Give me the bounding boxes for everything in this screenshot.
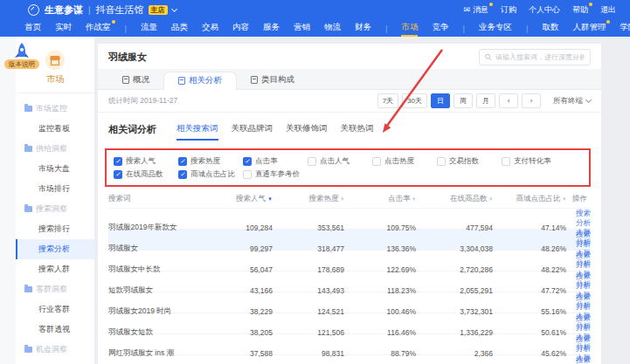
help-link[interactable]: 帮助 — [572, 4, 588, 16]
metric-online-items[interactable]: ✓在线商品数 — [114, 169, 178, 180]
metric-click-popularity[interactable]: 点击人气 — [308, 156, 372, 167]
tab-related-analysis[interactable]: 相关分析 — [163, 72, 237, 90]
app-logo-icon — [28, 4, 39, 16]
search-analysis-link[interactable]: 搜索分析 — [570, 251, 591, 270]
related-words-section-header: 相关词分析 相关搜索词 关联品牌词 关联修饰词 关联热词 — [98, 113, 601, 141]
nav-item-finance[interactable]: 财务 — [355, 19, 371, 37]
nav-item-academy[interactable]: 学院 — [620, 19, 630, 37]
nav-separator: | — [462, 24, 464, 33]
search-analysis-link[interactable]: 搜索分析 — [570, 355, 591, 364]
nav-item-data-fetch[interactable]: 取数 — [542, 19, 558, 37]
metric-click-heat[interactable]: 点击热度 — [372, 156, 437, 167]
metric-mall-click-ratio[interactable]: ✓商城点击占比 — [178, 169, 243, 180]
sidebar-item-search-analysis[interactable]: 搜索分析 — [16, 239, 94, 259]
sidebar-item-monitor-board[interactable]: 监控看板 — [16, 119, 94, 139]
table-row[interactable]: 羽绒服2019年新款女 109,284 353,561 109.75% 477,… — [108, 208, 591, 229]
col-mall-click-ratio[interactable]: 商城点击占比▲▼ — [496, 194, 570, 204]
subtab-modifier-words[interactable]: 关联修饰词 — [286, 123, 328, 141]
range-30d-button[interactable]: 30天 — [402, 93, 427, 108]
nav-item-logistics[interactable]: 物流 — [324, 19, 341, 37]
search-analysis-link[interactable]: 搜索分析 — [570, 292, 591, 312]
search-analysis-link[interactable]: 搜索分析 — [570, 209, 591, 228]
sidebar-item-market-ranking[interactable]: 市场排行 — [16, 179, 94, 199]
search-analysis-link[interactable]: 搜索分析 — [570, 334, 591, 354]
metric-pay-conversion[interactable]: 支付转化率 — [502, 156, 566, 167]
search-input[interactable] — [495, 53, 585, 61]
metric-search-heat[interactable]: ✓搜索热度 — [178, 156, 243, 167]
tab-category-composition[interactable]: 类目构成 — [237, 71, 308, 89]
col-search-popularity-sorted[interactable]: 搜索人气▼ — [218, 194, 276, 204]
sidebar-item-search-crowd[interactable]: 搜索人群 — [16, 259, 94, 279]
unit-month-button[interactable]: 月 — [476, 93, 495, 108]
checkbox-checked-icon[interactable]: ✓ — [114, 157, 122, 166]
cell-keyword: 短款羽绒服女 — [108, 285, 218, 296]
checkbox-unchecked-icon[interactable] — [308, 157, 316, 166]
nav-item-realtime[interactable]: 实时 — [55, 19, 72, 37]
cell-search-popularity: 38,205 — [218, 328, 276, 337]
checkbox-unchecked-icon[interactable] — [243, 170, 252, 179]
range-7d-button[interactable]: 7天 — [377, 93, 398, 108]
checkbox-unchecked-icon[interactable] — [372, 157, 381, 166]
nav-item-market[interactable]: 市场 — [401, 19, 418, 37]
doc-icon — [251, 76, 258, 84]
nav-item-traffic[interactable]: 流量 — [141, 19, 157, 37]
terminal-selector[interactable]: 所有终端 — [553, 96, 591, 106]
prev-date-button[interactable]: ‹ — [499, 93, 518, 108]
sidebar-item-market-overview[interactable]: 市场大盘 — [16, 159, 94, 179]
nav-item-content[interactable]: 内容 — [232, 19, 249, 37]
checkbox-unchecked-icon[interactable] — [502, 157, 510, 166]
col-online-items[interactable]: 在线商品数▲▼ — [419, 194, 496, 204]
sidebar-item-attribute-insight[interactable]: 属性洞察 — [16, 360, 94, 364]
sidebar-group-customer-insight: 客群洞察 — [16, 279, 94, 299]
next-date-button[interactable]: › — [522, 93, 541, 108]
nav-item-trade[interactable]: 交易 — [202, 19, 218, 37]
cell-online-items: 2,720,286 — [419, 265, 496, 274]
nav-separator: | — [385, 24, 387, 33]
cell-keyword: 羽绒服女短款 — [108, 327, 218, 338]
search-analysis-link[interactable]: 搜索分析 — [570, 230, 591, 249]
shop-switch-chevron-icon[interactable] — [171, 5, 177, 11]
metric-search-popularity[interactable]: ✓搜索人气 — [114, 156, 178, 167]
messages-link[interactable]: ✉消息 — [463, 4, 488, 16]
nav-item-competition[interactable]: 竞争 — [432, 19, 448, 37]
tab-overview[interactable]: 概况 — [108, 71, 163, 89]
unit-day-button[interactable]: 日 — [431, 93, 450, 108]
sidebar-item-industry-customers[interactable]: 行业客群 — [16, 299, 94, 319]
nav-item-business-zone[interactable]: 业务专区 — [479, 19, 512, 37]
version-badge[interactable]: 版本说明 — [4, 59, 39, 69]
version-notes-widget[interactable]: 版本说明 — [4, 42, 39, 69]
personal-center-link[interactable]: 个人中心 — [529, 4, 560, 16]
metric-train-reference-price[interactable]: 直通车参考价 — [243, 169, 308, 180]
nav-separator: | — [125, 24, 127, 33]
sidebar-item-customer-perspective[interactable]: 客群透视 — [16, 319, 94, 340]
unit-week-button[interactable]: 周 — [453, 93, 473, 108]
nav-item-war-room[interactable]: 作战室 — [86, 19, 111, 37]
checkbox-checked-icon[interactable]: ✓ — [178, 170, 187, 179]
subscribe-link[interactable]: 订购 — [501, 4, 516, 16]
search-analysis-link[interactable]: 搜索分析 — [570, 313, 591, 333]
col-ctr[interactable]: 点击率▲▼ — [348, 194, 419, 204]
nav-item-crowd-management[interactable]: 人群管理 — [572, 19, 606, 37]
subtab-related-search-words[interactable]: 相关搜索词 — [177, 123, 218, 141]
metric-ctr[interactable]: ✓点击率 — [243, 156, 308, 167]
nav-item-category[interactable]: 品类 — [171, 19, 188, 37]
nav-item-service[interactable]: 服务 — [263, 19, 280, 37]
cell-ctr: 88.79% — [348, 349, 419, 358]
keyword-search-box[interactable] — [479, 49, 591, 65]
checkbox-checked-icon[interactable]: ✓ — [114, 170, 122, 179]
nav-item-home[interactable]: 首页 — [24, 19, 41, 37]
subtab-hot-words[interactable]: 关联热词 — [341, 123, 374, 141]
checkbox-unchecked-icon[interactable] — [437, 157, 446, 166]
col-search-heat[interactable]: 搜索热度▲▼ — [276, 194, 348, 204]
search-analysis-link[interactable]: 搜索分析 — [570, 271, 591, 291]
notification-dot — [489, 3, 493, 6]
sidebar-item-search-ranking[interactable]: 搜索排行 — [16, 219, 94, 239]
cell-mall-ratio: 48.26% — [496, 244, 570, 253]
metric-trade-index[interactable]: 交易指数 — [437, 156, 502, 167]
subtab-brand-words[interactable]: 关联品牌词 — [232, 123, 273, 141]
nav-item-marketing[interactable]: 营销 — [294, 19, 310, 37]
checkbox-checked-icon[interactable]: ✓ — [178, 157, 187, 166]
doc-icon — [178, 77, 185, 85]
checkbox-checked-icon[interactable]: ✓ — [243, 157, 252, 166]
logout-link[interactable]: 退出 — [600, 4, 616, 16]
